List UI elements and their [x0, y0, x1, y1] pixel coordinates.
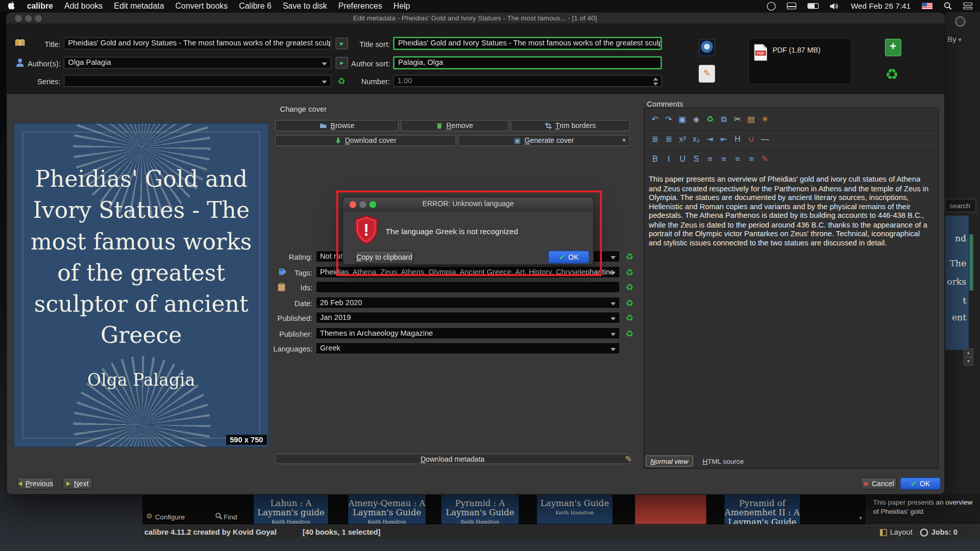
cut-icon[interactable]: ✂	[731, 113, 744, 126]
paste-icon[interactable]: ▤	[745, 113, 757, 126]
spotlight-icon[interactable]	[944, 2, 952, 10]
strikethrough-icon[interactable]: S	[690, 153, 702, 165]
layout-button[interactable]: Layout	[890, 528, 913, 537]
align-center-icon[interactable]: ≡	[718, 153, 730, 165]
bullet-list-icon[interactable]: ≣	[663, 133, 675, 145]
publisher-combo[interactable]: Themes in Archaeology Magazine	[315, 328, 620, 339]
edit-cover-icon[interactable]: ✎	[699, 65, 715, 82]
heading-icon[interactable]: H	[731, 133, 744, 145]
search-bar-fragment[interactable]: search	[945, 198, 976, 212]
cover-thumbnail-icon[interactable]	[699, 39, 715, 56]
horizontal-rule-icon[interactable]: —	[759, 133, 771, 145]
languages-combo[interactable]: Greek	[315, 342, 620, 354]
number-step-down[interactable]	[653, 83, 658, 86]
tags-reset-button[interactable]: ♻	[624, 267, 635, 278]
redo-icon[interactable]: ↷	[663, 113, 675, 126]
menu-calibre6[interactable]: Calibre 6	[239, 1, 272, 10]
book-cover[interactable]: Lahun : A Layman's guideKeith Hamilton	[253, 493, 329, 524]
number-step-up[interactable]	[653, 78, 658, 81]
title-field[interactable]: Pheidias' Gold and Ivory Statues - The m…	[64, 37, 331, 49]
add-format-button[interactable]: +	[885, 39, 901, 56]
previous-button[interactable]: ◀ Previous	[17, 478, 54, 490]
restore-formats-button[interactable]: ♻	[883, 65, 901, 84]
details-collapse-button[interactable]: ▾	[856, 514, 865, 522]
scroll-down-button[interactable]: ▼	[964, 357, 973, 365]
book-cover[interactable]	[634, 493, 707, 524]
book-cover-preview[interactable]: Pheidias' Gold and Ivory Statues - The m…	[14, 123, 269, 447]
configure-metadata-download-icon[interactable]: ✎	[625, 454, 631, 463]
ok-button[interactable]: ✓ OK	[900, 478, 941, 490]
minimize-window-button[interactable]	[25, 15, 32, 21]
series-reset-button[interactable]: ♻	[336, 76, 347, 87]
author-sort-field[interactable]: Palagia, Olga	[393, 56, 662, 69]
align-left-icon[interactable]: ≡	[704, 153, 716, 165]
book-cover[interactable]: Pyramid of Amenemhet II : A Layman's Gui…	[724, 493, 801, 524]
book-cover[interactable]: Ameny-Qemau : A Layman's GuideKeith Hami…	[348, 493, 426, 524]
find-button[interactable]: Find	[224, 513, 237, 520]
tab-normal-view[interactable]: Normal view	[646, 456, 693, 467]
dialog-close-button[interactable]	[349, 201, 356, 208]
series-number-field[interactable]: 1.00	[393, 75, 662, 87]
zoom-window-button[interactable]	[35, 15, 42, 21]
ordered-list-icon[interactable]: ≣	[649, 133, 661, 145]
activity-badge[interactable]	[955, 16, 966, 27]
download-metadata-button[interactable]: Download metadata	[275, 454, 630, 464]
airplay-icon[interactable]	[767, 2, 776, 10]
formats-box[interactable]: PDF PDF (1.87 MB)	[748, 38, 851, 85]
series-combo[interactable]	[64, 75, 331, 87]
clean-icon[interactable]: ✳	[759, 113, 771, 126]
control-center-icon[interactable]	[963, 3, 972, 9]
copy-icon[interactable]: ⧉	[718, 113, 730, 126]
menu-save-to-disk[interactable]: Save to disk	[283, 1, 327, 10]
superscript-icon[interactable]: x²	[676, 133, 689, 145]
remove-cover-button[interactable]: Remove	[401, 120, 509, 131]
tags-combo[interactable]: Pheidias, Athena, Zeus, Athens, Olympia,…	[315, 266, 620, 278]
copy-to-clipboard-button[interactable]: Copy to clipboard	[355, 251, 414, 264]
outdent-icon[interactable]: ⇤	[718, 133, 730, 145]
apple-menu-icon[interactable]	[8, 1, 16, 10]
keyboard-icon[interactable]	[787, 3, 796, 9]
authors-combo[interactable]: Olga Palagia	[64, 57, 331, 68]
date-combo[interactable]: 26 Feb 2020	[315, 297, 620, 309]
date-reset-button[interactable]: ♻	[624, 297, 635, 309]
tab-html-source[interactable]: HTML source	[698, 456, 749, 467]
title-sort-field[interactable]: Pheidias' Gold and Ivory Statues - The m…	[393, 37, 662, 50]
error-ok-button[interactable]: ✓ OK	[548, 251, 590, 264]
align-justify-icon[interactable]: ≡	[745, 153, 757, 165]
comments-text[interactable]: This paper presents an overview of Pheid…	[649, 175, 931, 448]
dialog-zoom-button[interactable]	[370, 201, 376, 208]
dialog-minimize-button[interactable]	[359, 201, 366, 208]
browse-cover-button[interactable]: Browse	[275, 120, 399, 131]
menu-preferences[interactable]: Preferences	[338, 1, 382, 10]
subscript-icon[interactable]: x₂	[690, 133, 702, 145]
book-cover[interactable]: Pyramid : A Layman's GuideKeith Hamilton	[440, 493, 519, 524]
configure-button[interactable]: Configure	[155, 513, 185, 520]
menu-app-name[interactable]: calibre	[27, 1, 53, 10]
text-color-icon[interactable]: ✎	[759, 153, 771, 165]
close-window-button[interactable]	[15, 15, 21, 21]
ids-reset-button[interactable]: ♻	[624, 282, 635, 293]
menu-help[interactable]: Help	[394, 1, 410, 10]
generate-cover-button[interactable]: ▣ Generate cover ▾	[458, 135, 630, 146]
rating-reset-button[interactable]: ♻	[624, 251, 635, 262]
menu-convert-books[interactable]: Convert books	[176, 1, 228, 10]
refresh-icon[interactable]: ♻	[704, 113, 716, 126]
input-source-flag-icon[interactable]	[922, 3, 933, 9]
undo-icon[interactable]: ↶	[649, 113, 661, 126]
published-reset-button[interactable]: ♻	[624, 312, 635, 323]
bold-icon[interactable]: B	[649, 153, 661, 165]
underline-icon[interactable]: U	[676, 153, 689, 165]
insert-link-icon[interactable]: ∪	[745, 133, 757, 145]
copy-title-to-sort-button[interactable]: ►	[336, 37, 348, 49]
download-cover-button[interactable]: Download cover	[275, 135, 456, 146]
cancel-button[interactable]: ✖ Cancel	[861, 478, 897, 490]
ids-field[interactable]	[315, 281, 620, 293]
volume-icon[interactable]	[830, 2, 840, 10]
jobs-button[interactable]: Jobs: 0	[931, 528, 957, 537]
menu-edit-metadata[interactable]: Edit metadata	[114, 1, 164, 10]
battery-icon[interactable]	[807, 3, 819, 9]
next-button[interactable]: ▶ Next	[62, 478, 92, 490]
scroll-up-button[interactable]: ▲	[964, 348, 973, 357]
menu-clock[interactable]: Wed Feb 26 7:41	[851, 2, 911, 10]
book-cover[interactable]: Layman's GuideKeith Hamilton	[536, 493, 614, 524]
